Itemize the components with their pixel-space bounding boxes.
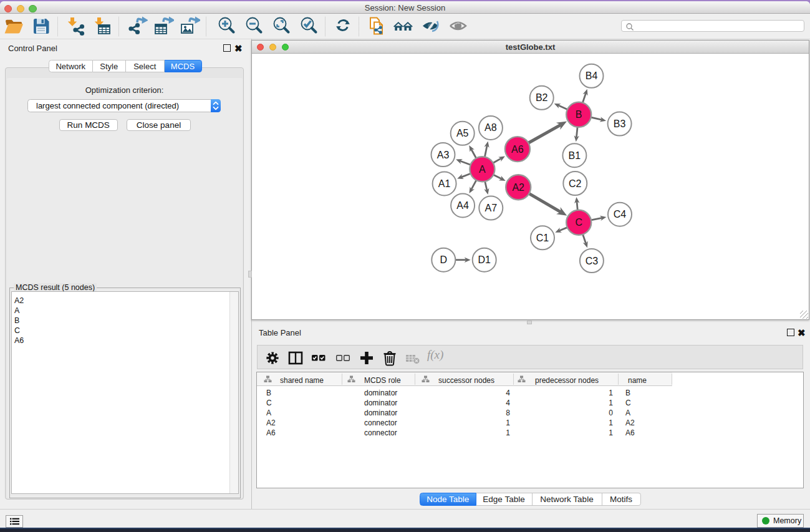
svg-text:A6: A6 — [511, 144, 524, 155]
svg-text:A2: A2 — [512, 182, 524, 193]
svg-text:C3: C3 — [586, 256, 599, 266]
svg-text:C1: C1 — [536, 233, 549, 243]
svg-text:A3: A3 — [437, 150, 450, 160]
svg-text:A8: A8 — [485, 122, 497, 133]
svg-text:A1: A1 — [438, 178, 451, 189]
svg-text:A4: A4 — [456, 200, 469, 211]
svg-text:C2: C2 — [569, 178, 582, 189]
svg-text:B2: B2 — [536, 92, 548, 103]
svg-text:C: C — [575, 217, 582, 228]
svg-text:B: B — [576, 109, 582, 120]
svg-text:D: D — [440, 254, 448, 265]
svg-text:A: A — [479, 164, 486, 175]
svg-text:C4: C4 — [614, 209, 627, 220]
svg-text:B3: B3 — [614, 118, 626, 129]
svg-text:A5: A5 — [456, 128, 469, 138]
svg-text:B1: B1 — [569, 150, 581, 161]
svg-text:D1: D1 — [478, 254, 491, 265]
svg-text:B4: B4 — [586, 70, 598, 81]
svg-text:A7: A7 — [485, 203, 498, 213]
